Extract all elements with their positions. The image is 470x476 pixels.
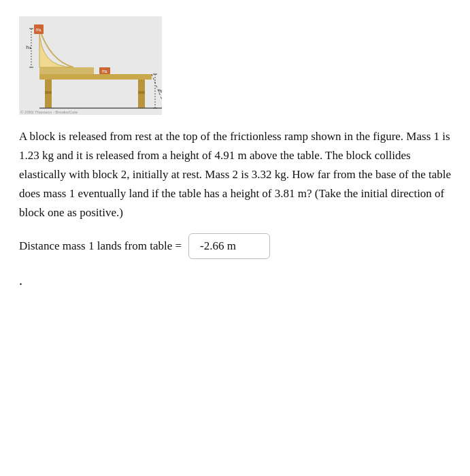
svg-rect-5 <box>138 91 145 94</box>
svg-text:© 2003 Thomson - Brooks/Cole: © 2003 Thomson - Brooks/Cole <box>20 110 78 114</box>
question-text: A block is released from rest at the top… <box>19 127 451 222</box>
svg-rect-6 <box>39 67 94 74</box>
diagram-svg: m₁ h₁ m₂ h₂ © 2003 Thomson - Brooks/Cole <box>19 16 162 115</box>
period: . <box>19 273 451 288</box>
svg-rect-4 <box>45 91 52 94</box>
physics-diagram: m₁ h₁ m₂ h₂ © 2003 Thomson - Brooks/Cole <box>19 16 162 115</box>
answer-row: Distance mass 1 lands from table = -2.66… <box>19 233 451 259</box>
answer-input[interactable]: -2.66 m <box>188 233 270 259</box>
svg-text:m₁: m₁ <box>36 27 42 32</box>
svg-text:h₁: h₁ <box>26 44 31 50</box>
page-container: m₁ h₁ m₂ h₂ © 2003 Thomson - Brooks/Cole… <box>0 0 470 476</box>
svg-rect-1 <box>39 74 152 80</box>
answer-label: Distance mass 1 lands from table = <box>19 239 182 253</box>
svg-text:m₂: m₂ <box>102 69 108 73</box>
svg-text:h₂: h₂ <box>158 88 162 94</box>
